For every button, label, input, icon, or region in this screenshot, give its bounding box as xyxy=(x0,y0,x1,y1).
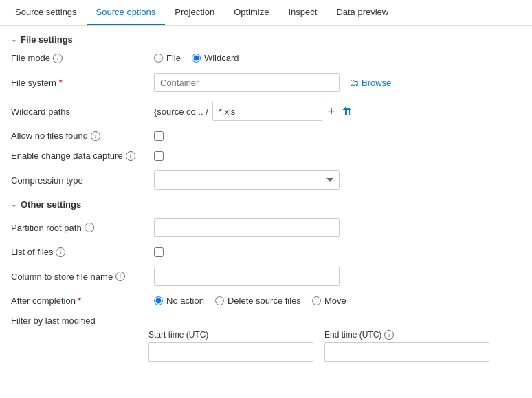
partition-root-path-label: Partition root path i xyxy=(11,223,148,233)
column-to-store-row: Column to store file name i xyxy=(11,267,521,286)
after-completion-label: After completion * xyxy=(11,296,148,306)
chevron-icon: ⌄ xyxy=(11,36,16,43)
tab-bar: Source settings Source options Projectio… xyxy=(0,0,532,26)
partition-root-path-info-icon[interactable]: i xyxy=(85,223,94,232)
enable-change-capture-checkbox-wrap xyxy=(154,151,164,161)
after-completion-row: After completion * No action Delete sour… xyxy=(11,296,521,306)
after-completion-move-radio[interactable] xyxy=(312,296,321,305)
file-mode-wildcard-option[interactable]: Wildcard xyxy=(192,53,239,63)
filter-end-time-label: End time (UTC) xyxy=(324,330,381,340)
file-system-row: File system 🗂 Browse xyxy=(11,73,521,92)
after-completion-no-action[interactable]: No action xyxy=(154,296,204,306)
after-completion-options: No action Delete source files Move xyxy=(154,296,346,306)
allow-no-files-row: Allow no files found i xyxy=(11,131,521,141)
file-system-input[interactable] xyxy=(154,73,340,92)
file-mode-file-option[interactable]: File xyxy=(154,53,181,63)
tab-data-preview[interactable]: Data preview xyxy=(326,0,398,25)
file-settings-header[interactable]: ⌄ File settings xyxy=(11,34,521,45)
list-of-files-checkbox[interactable] xyxy=(154,247,164,257)
main-content: ⌄ File settings File mode i File Wildcar… xyxy=(0,26,532,395)
delete-wildcard-button[interactable]: 🗑 xyxy=(340,105,354,118)
wildcard-paths-label: Wildcard paths xyxy=(11,107,148,117)
tab-projection[interactable]: Projection xyxy=(165,0,224,25)
filter-end-time-info-icon[interactable]: i xyxy=(384,330,394,340)
tab-inspect[interactable]: Inspect xyxy=(278,0,326,25)
other-settings-header[interactable]: ⌄ Other settings xyxy=(11,199,521,210)
list-of-files-label: List of files i xyxy=(11,247,148,257)
filter-label-row: Filter by last modified xyxy=(11,316,521,326)
compression-type-select[interactable]: None Gzip Deflate xyxy=(154,170,340,190)
filter-end-time-col: End time (UTC) i xyxy=(324,330,489,362)
list-of-files-row: List of files i xyxy=(11,247,521,257)
file-mode-info-icon[interactable]: i xyxy=(53,54,63,63)
filter-start-time-col: Start time (UTC) xyxy=(148,330,313,362)
allow-no-files-checkbox[interactable] xyxy=(154,131,164,141)
wildcard-paths-row: Wildcard paths {source co... / + 🗑 xyxy=(11,102,521,121)
file-system-label: File system xyxy=(11,78,148,88)
wildcard-prefix: {source co... / xyxy=(154,107,208,117)
after-completion-delete-source[interactable]: Delete source files xyxy=(215,296,301,306)
partition-root-path-row: Partition root path i xyxy=(11,218,521,237)
column-to-store-info-icon[interactable]: i xyxy=(115,272,125,281)
list-of-files-checkbox-wrap xyxy=(154,247,164,257)
after-completion-no-action-radio[interactable] xyxy=(154,296,163,305)
file-mode-label: File mode i xyxy=(11,53,148,63)
compression-type-row: Compression type None Gzip Deflate xyxy=(11,170,521,190)
enable-change-capture-info-icon[interactable]: i xyxy=(126,151,135,161)
other-settings-label: Other settings xyxy=(21,199,81,210)
allow-no-files-checkbox-wrap xyxy=(154,131,164,141)
file-mode-row: File mode i File Wildcard xyxy=(11,53,521,63)
filter-start-time-label: Start time (UTC) xyxy=(148,330,313,340)
after-completion-delete-radio[interactable] xyxy=(215,296,224,305)
column-to-store-label: Column to store file name i xyxy=(11,272,148,282)
file-mode-file-radio[interactable] xyxy=(154,54,163,63)
wildcard-path-inputs: {source co... / + 🗑 xyxy=(154,102,354,121)
other-settings-chevron-icon: ⌄ xyxy=(11,201,16,208)
file-mode-options: File Wildcard xyxy=(154,53,239,63)
after-completion-move[interactable]: Move xyxy=(312,296,346,306)
partition-root-path-input[interactable] xyxy=(154,218,340,237)
tab-source-settings[interactable]: Source settings xyxy=(5,0,87,25)
filter-start-time-input[interactable] xyxy=(148,342,313,362)
enable-change-capture-checkbox[interactable] xyxy=(154,151,164,161)
filter-time-inputs: Start time (UTC) End time (UTC) i xyxy=(11,330,521,362)
filter-by-last-modified-row: Filter by last modified Start time (UTC)… xyxy=(11,316,521,362)
wildcard-value-input[interactable] xyxy=(212,102,322,121)
file-mode-wildcard-radio[interactable] xyxy=(192,54,201,63)
filter-end-time-input[interactable] xyxy=(324,342,489,362)
enable-change-capture-row: Enable change data capture i xyxy=(11,151,521,161)
add-wildcard-button[interactable]: + xyxy=(326,105,337,118)
browse-folder-icon: 🗂 xyxy=(349,77,359,88)
compression-type-label: Compression type xyxy=(11,175,148,186)
filter-by-last-modified-label: Filter by last modified xyxy=(11,316,148,326)
list-of-files-info-icon[interactable]: i xyxy=(56,247,65,257)
tab-source-options[interactable]: Source options xyxy=(87,0,166,25)
browse-button[interactable]: 🗂 Browse xyxy=(345,74,395,91)
allow-no-files-label: Allow no files found i xyxy=(11,131,148,141)
tab-optimize[interactable]: Optimize xyxy=(224,0,278,25)
column-to-store-input[interactable] xyxy=(154,267,340,286)
file-settings-label: File settings xyxy=(21,34,73,45)
allow-no-files-info-icon[interactable]: i xyxy=(91,131,100,141)
enable-change-capture-label: Enable change data capture i xyxy=(11,151,148,161)
